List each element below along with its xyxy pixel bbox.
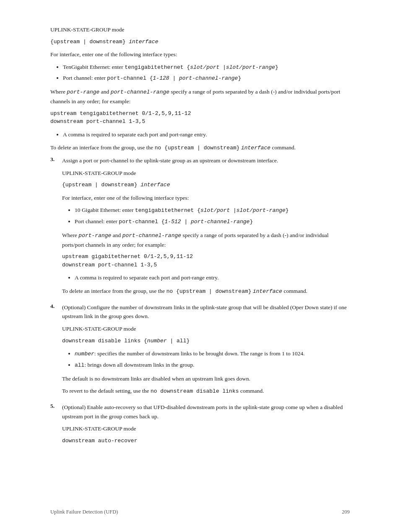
list-item: 10 Gigabit Ethernet: enter tengigabiteth… — [75, 206, 350, 215]
para-3c: To delete an interface from the group, u… — [62, 287, 350, 296]
mode-label-5: UPLINK-STATE-GROUP mode — [62, 424, 350, 433]
numbered-item-4: 4. (Optional) Configure the number of do… — [50, 303, 350, 399]
code-block-3: {upstream | downstream} interface — [62, 181, 350, 189]
footer-left: Uplink Failure Detection (UFD) — [50, 509, 118, 515]
numbered-item-5: 5. (Optional) Enable auto-recovery so th… — [50, 403, 350, 449]
code-block-6: downstream auto-recover — [62, 437, 350, 445]
item-5-para: (Optional) Enable auto-recovery so that … — [62, 403, 350, 421]
item-content-5: (Optional) Enable auto-recovery so that … — [62, 403, 350, 449]
para-3: To delete an interface from the group, u… — [50, 143, 350, 153]
list-1: TenGigabit Ethernet: enter tengigabiteth… — [63, 63, 350, 83]
item-number-5: 5. — [50, 403, 62, 449]
list-4: number: specifies the number of downstre… — [75, 349, 350, 370]
code-block-5: downstream disable links {number | all} — [62, 337, 350, 345]
list-item: Port channel: enter port-channel {1-128 … — [63, 73, 350, 83]
list-item: Port channel: enter port-channel {1-512 … — [75, 217, 350, 227]
list-2: A comma is required to separate each por… — [63, 130, 350, 139]
mode-label-3: UPLINK-STATE-GROUP mode — [62, 169, 350, 178]
para-4b: To revert to the default setting, use th… — [62, 386, 350, 396]
list-item: number: specifies the number of downstre… — [75, 349, 350, 359]
item-number-4: 4. — [50, 303, 62, 399]
item-number-3: 3. — [50, 156, 62, 300]
list-item: A comma is required to separate each por… — [63, 130, 350, 139]
item-3-para: Assign a port or port-channel to the upl… — [62, 156, 350, 165]
mode-label-1: UPLINK-STATE-GROUP mode — [50, 25, 350, 34]
list-item: TenGigabit Ethernet: enter tengigabiteth… — [63, 63, 350, 72]
item-content-4: (Optional) Configure the number of downs… — [62, 303, 350, 399]
mode-label-4: UPLINK-STATE-GROUP mode — [62, 324, 350, 334]
numbered-item-3: 3. Assign a port or port-channel to the … — [50, 156, 350, 300]
footer-right: 209 — [342, 509, 350, 515]
code-block-1: {upstream | downstream} interface — [50, 38, 350, 46]
para-4a: The default is no downstream links are d… — [62, 374, 350, 383]
para-2: Where port-range and port-channel-range … — [50, 87, 350, 106]
item-content-3: Assign a port or port-channel to the upl… — [62, 156, 350, 300]
page: UPLINK-STATE-GROUP mode {upstream | down… — [0, 0, 400, 532]
list-3b: A comma is required to separate each por… — [75, 273, 350, 282]
page-footer: Uplink Failure Detection (UFD) 209 — [50, 509, 350, 515]
para-3a: For interface, enter one of the followin… — [62, 193, 350, 203]
list-item: all: brings down all downstream links in… — [75, 360, 350, 370]
list-item: A comma is required to separate each por… — [75, 273, 350, 282]
code-block-2: upstream tengigabitethernet 0/1-2,5,9,11… — [50, 110, 350, 126]
list-3: 10 Gigabit Ethernet: enter tengigabiteth… — [75, 206, 350, 227]
para-1: For interface, enter one of the followin… — [50, 50, 350, 59]
item-4-para: (Optional) Configure the number of downs… — [62, 303, 350, 321]
code-block-4: upstream gigabitethernet 0/1-2,5,9,11-12… — [62, 253, 350, 269]
top-section: UPLINK-STATE-GROUP mode {upstream | down… — [50, 25, 350, 153]
para-3b: Where port-range and port-channel-range … — [62, 231, 350, 249]
